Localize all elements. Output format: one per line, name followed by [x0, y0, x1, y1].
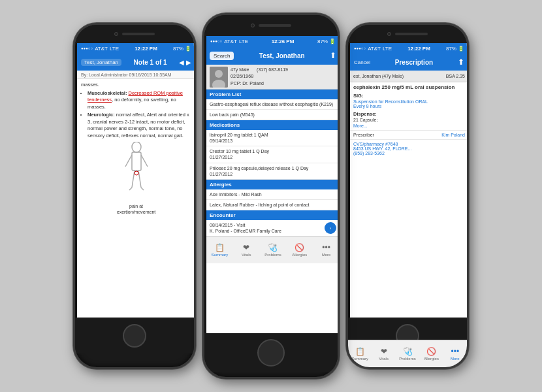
center-home-button[interactable]	[257, 339, 285, 367]
sig-label: SIG:	[353, 93, 465, 99]
right-patient-bar: est, Jonathan (47y Male) BSA 2.35	[350, 71, 468, 82]
right-title: Prescription	[395, 59, 433, 66]
center-battery: 87%	[317, 39, 328, 44]
med-item-3: Prilosec 20 mg capsule,delayed release 1…	[206, 163, 340, 180]
med-item-2: Crestor 10 mg tablet 1 Q Day01/27/2012	[206, 146, 340, 163]
search-button[interactable]: Search	[210, 52, 234, 60]
right-header: Cancel Prescription ⬆	[350, 54, 468, 71]
center-tab-problems[interactable]: 🩺 Problems	[260, 237, 287, 263]
problem-list-header: Problem List	[206, 90, 340, 99]
left-time: 12:22 PM	[135, 46, 157, 52]
allergies-header: Allergies	[206, 180, 340, 189]
right-phone-top	[348, 25, 467, 43]
svg-rect-1	[132, 152, 141, 171]
pharmacy-phone: (859) 283-5362	[353, 151, 465, 155]
patient-age-gender: 47y Male	[231, 67, 249, 72]
left-screen: ●●●○○ AT&T LTE 12:22 PM 87% 🔋 Test, Jona…	[77, 43, 195, 318]
left-bottom	[75, 318, 194, 353]
left-network: LTE	[110, 46, 119, 52]
speaker	[122, 33, 155, 35]
right-patient-name: est, Jonathan (47y Male)	[353, 74, 404, 78]
body-diagram: pain at exertion/movement	[81, 142, 191, 216]
center-share-icon[interactable]: ⬆	[330, 51, 336, 60]
svg-line-4	[132, 171, 135, 188]
right-phone: ●●●○○ AT&T LTE 12:22 PM 87% 🔋 Cancel Pre…	[346, 23, 469, 369]
center-tab-allergies[interactable]: 🚫 Allergies	[286, 237, 313, 263]
problem-item-2: Low back pain (M545)	[206, 110, 340, 120]
left-home-button[interactable]	[123, 324, 146, 348]
prescriber-value: Kim Poland	[441, 133, 465, 137]
center-dots: ●●●○○	[210, 39, 222, 43]
patient-pcp: PCP: Dr. Poland	[231, 80, 336, 88]
right-screen: ●●●○○ AT&T LTE 12:22 PM 87% 🔋 Cancel Pre…	[350, 43, 468, 318]
center-search-bar: Search Test, Jonathan ⬆	[206, 46, 340, 65]
dispense-value: 21 Capsule;	[353, 118, 465, 122]
center-carrier: AT&T	[224, 39, 237, 44]
medications-header: Medications	[206, 120, 340, 130]
center-tab-more[interactable]: ••• More	[313, 237, 340, 263]
right-speaker	[395, 33, 428, 35]
left-carrier: AT&T	[95, 46, 108, 52]
patient-dob: 02/26/1968	[231, 73, 336, 80]
center-tab-summary[interactable]: 📋 Summary	[206, 237, 233, 263]
more-link[interactable]: More...	[353, 123, 465, 128]
left-battery: 87%	[173, 46, 183, 52]
left-arrows[interactable]: ◀ ▶	[179, 59, 191, 66]
allergy-item-1: Ace Inhibitors - Mild Rash	[206, 189, 340, 200]
left-status-bar: ●●●○○ AT&T LTE 12:22 PM 87% 🔋	[77, 43, 195, 54]
right-battery: 87%	[446, 46, 456, 52]
patient-phone: (317) 687-8119	[257, 67, 288, 72]
right-status-bar: ●●●○○ AT&T LTE 12:22 PM 87% 🔋	[350, 43, 468, 54]
svg-point-10	[215, 70, 223, 78]
center-phone-top	[204, 15, 338, 36]
center-patient-name: Test, Jonathan	[236, 52, 327, 59]
right-camera	[387, 32, 391, 36]
right-bsa: BSA 2.35	[446, 74, 465, 78]
center-network: LTE	[239, 39, 248, 44]
left-content: masses. Musculoskeletal: Decreased ROM p…	[77, 79, 195, 318]
prescriber-label: Prescriber	[353, 133, 374, 137]
left-sub-header: By: Local Administrator 09/16/2015 10:35…	[77, 71, 195, 79]
cancel-button[interactable]: Cancel	[354, 59, 370, 65]
center-time: 12:26 PM	[272, 39, 295, 44]
svg-line-5	[138, 171, 141, 188]
camera	[114, 32, 118, 36]
svg-point-8	[135, 171, 138, 175]
prescriber-row: Prescriber Kim Poland	[350, 130, 468, 139]
center-phone: ●●●○○ AT&T LTE 12:26 PM 87% 🔋 Search Tes…	[202, 13, 340, 379]
encounter-arrow[interactable]: ›	[325, 222, 336, 234]
svg-line-6	[129, 188, 132, 190]
left-phone: ●●●○○ AT&T LTE 12:22 PM 87% 🔋 Test, Jona…	[73, 23, 196, 369]
svg-line-3	[141, 155, 148, 167]
svg-line-7	[141, 188, 144, 190]
patient-photo	[210, 67, 228, 88]
right-carrier: AT&T	[368, 46, 381, 52]
encounter-item-1[interactable]: 08/14/2015 - VisitK. Poland - OfficeEMR …	[206, 220, 340, 236]
drug-name: cephalexin 250 mg/5 mL oral suspension	[353, 84, 465, 90]
sig-value: Suspension for Reconstitution ORALEvery …	[353, 99, 465, 108]
right-network: LTE	[383, 46, 392, 52]
med-item-1: lisinopril 20 mg tablet 1 QAM09/14/2013	[206, 130, 340, 146]
allergy-item-2: Latex, Natural Rubber - Itching at point…	[206, 200, 340, 210]
svg-point-0	[132, 142, 141, 152]
right-drug-content: cephalexin 250 mg/5 mL oral suspension S…	[350, 82, 468, 130]
center-tab-vitals[interactable]: ❤ Vitals	[233, 237, 260, 263]
center-status-bar: ●●●○○ AT&T LTE 12:26 PM 87% 🔋	[206, 36, 340, 46]
center-tab-bar[interactable]: 📋 Summary ❤ Vitals 🩺 Problems 🚫 Allergie…	[206, 236, 340, 263]
center-camera	[251, 24, 255, 27]
pharmacy-block: CVS/pharmacy #7648 8453 US HWY. 42, FLOR…	[350, 139, 468, 157]
left-phone-top	[75, 25, 194, 43]
right-time: 12:22 PM	[407, 46, 430, 52]
left-patient-tag: Test, Jonathan	[81, 59, 121, 66]
left-header: Test, Jonathan Note 1 of 1 ◀ ▶	[77, 54, 195, 71]
svg-line-2	[125, 155, 132, 167]
center-speaker	[259, 24, 291, 27]
dispense-label: Dispense:	[353, 111, 465, 117]
center-bottom	[204, 333, 338, 372]
left-dots: ●●●○○	[81, 46, 93, 50]
pain-label: pain at exertion/movement	[81, 203, 191, 216]
pharmacy-name: CVS/pharmacy #7648	[353, 142, 465, 146]
right-share-icon[interactable]: ⬆	[458, 57, 464, 67]
encounter-header: Encounter	[206, 210, 340, 220]
pharmacy-address: 8453 US HWY. 42, FLORE...	[353, 146, 465, 151]
